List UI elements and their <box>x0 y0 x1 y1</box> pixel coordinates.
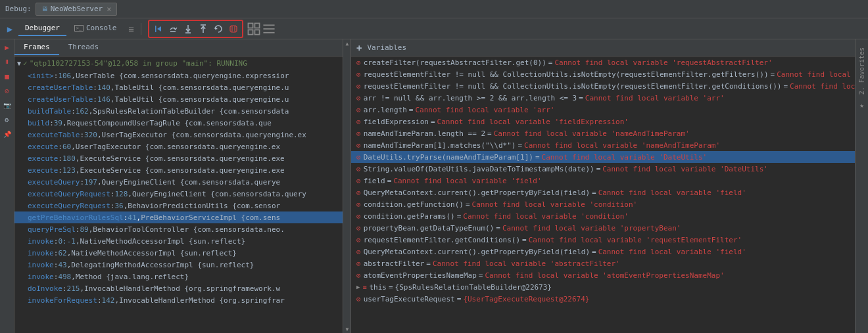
step-into-button[interactable] <box>181 22 195 35</box>
variable-name: condition.getFunction() <box>364 200 464 209</box>
variable-equals: = <box>426 259 431 268</box>
frame-colon: : <box>58 154 62 163</box>
variable-error-text: {UserTagExecuteRequest@22674} <box>463 295 589 303</box>
frame-item[interactable]: executeQueryRequest:36, BehaviorPredicti… <box>14 200 343 211</box>
frame-item[interactable]: invoke:498, Method {java.lang.reflect} <box>14 271 343 282</box>
frames-content[interactable]: ▼ ✓ "qtp1102727153-54"@12,058 in group "… <box>14 56 343 333</box>
frames-panel: Frames Threads ▼ ✓ "qtp1102727153-54"@12… <box>14 39 343 333</box>
left-icon-pin[interactable]: 📌 <box>2 129 12 139</box>
frame-line: 197 <box>84 178 97 187</box>
scroll-down-btn[interactable]: ▼ <box>343 325 351 333</box>
rerun-button[interactable] <box>212 22 225 35</box>
frame-item[interactable]: <init>:106, UserTable {com.sensorsdata.q… <box>14 70 343 81</box>
frame-item[interactable]: invoke:43, DelegatingMethodAccessorImpl … <box>14 259 343 271</box>
panel-scrollbar[interactable]: ▲ ▼ <box>343 39 351 333</box>
variable-row[interactable]: ▶≡this = {SpsRulesRelationTableBuilder@2… <box>351 281 855 293</box>
variable-row[interactable]: ⊘requestElementFilter.getConditions() = … <box>351 234 855 246</box>
variable-row[interactable]: ⊘userTagExecuteRequest = {UserTagExecute… <box>351 293 855 305</box>
frame-comma: , <box>137 213 141 222</box>
frame-item[interactable]: executeQueryRequest:128, QueryEngineClie… <box>14 188 343 200</box>
frame-item[interactable]: executeQuery:197, QueryEngineClient {com… <box>14 176 343 188</box>
close-tab-icon[interactable]: × <box>107 5 111 14</box>
resume-button[interactable]: ▶ <box>3 22 17 36</box>
variable-row[interactable]: ⊘condition.getParams() = Cannot find loc… <box>351 210 855 222</box>
variable-error-text: Cannot find local variable 'fieldExpress… <box>437 118 629 126</box>
variable-row[interactable]: ⊘condition.getFunction() = Cannot find l… <box>351 198 855 210</box>
frame-line: 215 <box>67 284 80 293</box>
left-icon-camera[interactable]: 📷 <box>2 100 12 110</box>
variable-row[interactable]: ⊘abstractFilter = Cannot find local vari… <box>351 257 855 269</box>
frame-line: 39 <box>54 119 62 127</box>
frame-item[interactable]: execute:180, ExecuteService {com.sensors… <box>14 152 343 164</box>
variables-content[interactable]: ⊘createFilter(requestAbstractFilter.get(… <box>351 56 855 333</box>
variable-error-text: Cannot find local variable 'atomEventPro… <box>485 271 724 280</box>
variable-row[interactable]: ⊘QueryMetaContext.current().getPropertyB… <box>351 246 855 257</box>
variable-row[interactable]: ⊘DateUtils.tryParse(nameAndTimeParam[1])… <box>351 151 855 163</box>
scroll-up-btn[interactable]: ▲ <box>343 39 351 47</box>
frame-item[interactable]: invoke:0:-1, NativeMethodAccessorImpl {s… <box>14 235 343 247</box>
frame-item[interactable]: createUserTable:140, TableUtil {com.sens… <box>14 81 343 93</box>
server-icon: 🖥 <box>41 5 48 12</box>
variable-row[interactable]: ⊘fieldExpression = Cannot find local var… <box>351 116 855 127</box>
left-icon-gear[interactable]: ⚙ <box>2 114 12 125</box>
frame-method: getPreBehaviorRulesSql <box>28 213 124 222</box>
left-icon-pause[interactable]: ⏸ <box>2 56 12 67</box>
frame-colon: : <box>97 296 102 305</box>
frame-line: 140 <box>97 83 110 92</box>
variable-row[interactable]: ⊘nameAndTimeParam.length == 2 = Cannot f… <box>351 127 855 139</box>
variable-equals: = <box>431 118 435 126</box>
variable-row[interactable]: ⊘QueryMetaContext.current().getPropertyB… <box>351 187 855 198</box>
add-watch-button[interactable]: + <box>356 43 362 53</box>
frame-item[interactable]: getPreBehaviorRulesSql:41, PreBehaviorSe… <box>14 211 343 223</box>
extra-buttons <box>247 22 276 35</box>
tab-debugger[interactable]: Debugger <box>18 21 66 36</box>
variable-error-text: Cannot find local variable 'field' <box>598 189 746 197</box>
variable-row[interactable]: ⊘propertyBean.getDataTypeEnum() = Cannot… <box>351 222 855 234</box>
variable-row[interactable]: ⊘arr.length = Cannot find local variable… <box>351 104 855 116</box>
favorites-star-icon[interactable]: ★ <box>859 101 864 110</box>
frame-item[interactable]: buildTable:162, SpsRulesRelationTableBui… <box>14 105 343 117</box>
step-out-button[interactable] <box>197 22 210 35</box>
frame-comma: , <box>71 273 76 281</box>
variable-row[interactable]: ⊘atomEventPropertiesNameMap = Cannot fin… <box>351 269 855 281</box>
server-tab[interactable]: 🖥 NeoWebServer × <box>36 3 118 16</box>
threads-button[interactable] <box>262 22 276 35</box>
tab-threads[interactable]: Threads <box>59 40 108 55</box>
variable-name: requestElementFilter != null && Collecti… <box>364 70 769 79</box>
frame-method: invoke <box>28 261 54 269</box>
frame-item[interactable]: build:39, RequestCompoundUserTagRule {co… <box>14 117 343 129</box>
variable-row[interactable]: ⊘arr != null && arr.length >= 2 && arr.l… <box>351 92 855 104</box>
variable-row[interactable]: ⊘requestElementFilter != null && Collect… <box>351 80 855 92</box>
frame-class: Method {java.lang.reflect} <box>76 273 189 281</box>
frame-item[interactable]: createUserTable:146, TableUtil {com.sens… <box>14 93 343 105</box>
variable-row[interactable]: ⊘createFilter(requestAbstractFilter.get(… <box>351 56 855 68</box>
variable-row[interactable]: ⊘String.valueOf(DateUtils.javaDateToTime… <box>351 163 855 175</box>
frame-item[interactable]: queryPreSql:89, BehaviorToolController {… <box>14 223 343 235</box>
variable-row[interactable]: ⊘requestElementFilter != null && Collect… <box>351 68 855 80</box>
settings-button[interactable] <box>247 22 260 35</box>
variables-panel: + Variables ⊘createFilter(requestAbstrac… <box>351 39 855 333</box>
frame-class: BehaviorToolController {com.sensorsdata.… <box>93 225 284 234</box>
frame-item[interactable]: invoke:62, NativeMethodAccessorImpl {sun… <box>14 247 343 259</box>
stop-button[interactable] <box>227 22 240 35</box>
tab-frames[interactable]: Frames <box>14 40 59 55</box>
console-box-icon: >_ <box>74 25 84 32</box>
left-icon-breakpoints[interactable]: ⊘ <box>2 85 12 96</box>
frame-item[interactable]: execute:123, ExecuteService {com.sensors… <box>14 164 343 176</box>
frame-colon: : <box>110 202 115 210</box>
frame-item[interactable]: execute:60, UserTagExecutor {com.sensors… <box>14 141 343 152</box>
frame-class: ExecuteService {com.sensorsdata.queryeng… <box>80 166 284 175</box>
step-over-button[interactable] <box>166 22 180 35</box>
variable-row[interactable]: ⊘nameAndTimeParam[1].matches("\\d*") = C… <box>351 139 855 151</box>
tab-console[interactable]: >_ Console <box>68 21 123 36</box>
toolbar-menu-icon[interactable]: ≡ <box>126 24 136 34</box>
left-icon-run[interactable]: ▶ <box>2 42 12 53</box>
continue-button[interactable] <box>151 22 164 35</box>
frame-item[interactable]: executeTable:320, UserTagExecutor {com.s… <box>14 129 343 141</box>
left-icon-stop[interactable]: ■ <box>2 71 12 81</box>
frame-item[interactable]: invokeForRequest:142, InvocableHandlerMe… <box>14 294 343 306</box>
frame-colon: : <box>71 107 76 116</box>
variable-row[interactable]: ⊘field = Cannot find local variable 'fie… <box>351 175 855 187</box>
frame-item[interactable]: doInvoke:215, InvocableHandlerMethod {or… <box>14 282 343 294</box>
favorites-label[interactable]: 2. Favorites <box>858 42 865 100</box>
